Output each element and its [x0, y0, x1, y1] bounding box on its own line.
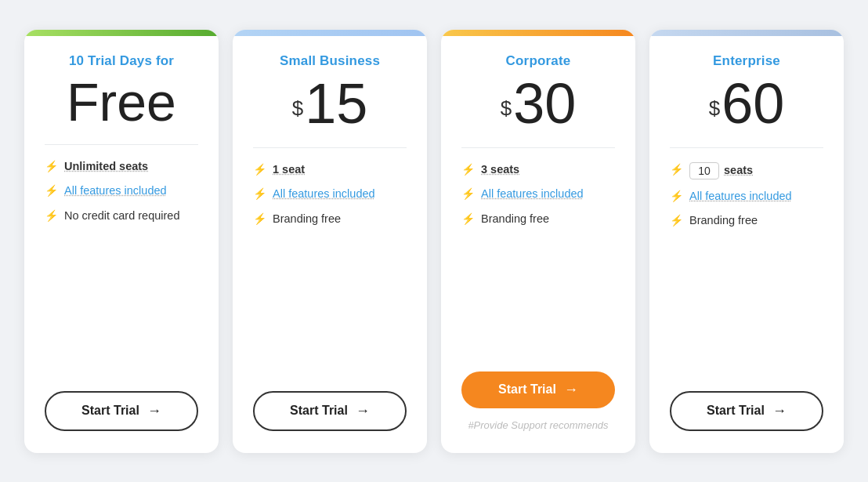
feature-text: All features included [481, 187, 584, 202]
feature-text: All features included [64, 183, 167, 199]
price-row: $15 [253, 75, 407, 132]
feature-item: ⚡Branding free [670, 213, 823, 229]
arrow-icon: → [564, 382, 578, 398]
lightning-icon: ⚡ [670, 163, 683, 176]
features-list: ⚡3 seats⚡All features included⚡Branding … [461, 162, 615, 356]
feature-item: ⚡1 seat [253, 162, 407, 178]
lightning-icon: ⚡ [45, 184, 58, 197]
start-trial-button-small-business[interactable]: Start Trial→ [253, 391, 407, 431]
lightning-icon: ⚡ [45, 209, 58, 222]
start-trial-button-free[interactable]: Start Trial→ [45, 391, 198, 431]
price-dollar: $ [501, 96, 512, 121]
card-top-bar [233, 30, 427, 36]
plan-label: Small Business [253, 53, 407, 69]
feature-item: ⚡All features included [670, 189, 823, 205]
feature-text: Branding free [689, 213, 758, 229]
card-small-business: Small Business$15⚡1 seat⚡All features in… [233, 30, 427, 453]
features-list: ⚡Unlimited seats⚡All features included⚡N… [45, 159, 198, 375]
card-body: 10 Trial Days forFree⚡Unlimited seats⚡Al… [24, 36, 219, 431]
lightning-icon: ⚡ [670, 214, 683, 227]
lightning-icon: ⚡ [253, 187, 266, 200]
price-row: $30 [461, 75, 615, 132]
feature-text: Branding free [481, 212, 549, 227]
price-dollar: $ [292, 96, 303, 121]
card-top-bar [24, 30, 219, 36]
price-row: $60 [670, 75, 823, 132]
feature-item: ⚡All features included [461, 187, 615, 202]
feature-text: All features included [689, 189, 792, 205]
feature-text: 1 seat [273, 162, 305, 178]
plan-label: Enterprise [670, 53, 823, 69]
price-row: Free [45, 75, 198, 129]
plan-label: 10 Trial Days for [45, 53, 198, 69]
button-label: Start Trial [290, 404, 348, 418]
feature-item: ⚡3 seats [461, 162, 615, 178]
pricing-cards: 10 Trial Days forFree⚡Unlimited seats⚡Al… [8, 30, 860, 453]
card-free: 10 Trial Days forFree⚡Unlimited seats⚡Al… [24, 30, 219, 453]
price-divider [45, 144, 198, 145]
price-divider [461, 147, 615, 148]
arrow-icon: → [147, 403, 161, 419]
feature-text: All features included [273, 187, 375, 202]
feature-item: ⚡Unlimited seats [45, 159, 198, 175]
feature-item: ⚡Branding free [253, 212, 407, 227]
feature-text: No credit card required [64, 208, 180, 224]
card-body: Enterprise$60⚡seats⚡All features include… [649, 36, 844, 431]
lightning-icon: ⚡ [253, 212, 266, 225]
lightning-icon: ⚡ [253, 163, 266, 176]
card-top-bar [441, 30, 635, 36]
feature-item: ⚡seats [670, 162, 823, 179]
seats-input[interactable] [689, 162, 719, 179]
button-label: Start Trial [498, 382, 556, 397]
price-amount: 15 [305, 75, 367, 132]
price-dollar: $ [709, 96, 720, 121]
arrow-icon: → [772, 403, 787, 419]
card-body: Small Business$15⚡1 seat⚡All features in… [233, 36, 427, 431]
card-enterprise: Enterprise$60⚡seats⚡All features include… [649, 30, 844, 453]
features-list: ⚡seats⚡All features included⚡Branding fr… [670, 162, 823, 375]
price-divider [670, 147, 823, 148]
features-list: ⚡1 seat⚡All features included⚡Branding f… [253, 162, 407, 375]
button-label: Start Trial [81, 404, 139, 418]
card-top-bar [649, 30, 844, 36]
lightning-icon: ⚡ [461, 187, 475, 200]
feature-text: 3 seats [481, 162, 519, 178]
feature-item: ⚡Branding free [461, 212, 615, 227]
card-body: Corporate$30⚡3 seats⚡All features includ… [441, 36, 635, 431]
start-trial-button-corporate[interactable]: Start Trial→ [461, 371, 615, 408]
feature-item: ⚡No credit card required [45, 208, 198, 224]
plan-label: Corporate [461, 53, 615, 69]
feature-item: ⚡All features included [45, 183, 198, 199]
arrow-icon: → [356, 403, 370, 419]
lightning-icon: ⚡ [45, 160, 58, 172]
lightning-icon: ⚡ [461, 163, 475, 176]
card-corporate: Corporate$30⚡3 seats⚡All features includ… [441, 30, 635, 453]
lightning-icon: ⚡ [670, 190, 683, 202]
lightning-icon: ⚡ [461, 212, 475, 225]
seats-input-row: seats [689, 162, 753, 179]
start-trial-button-enterprise[interactable]: Start Trial→ [670, 391, 823, 431]
price-divider [253, 147, 407, 148]
feature-item: ⚡All features included [253, 187, 407, 202]
feature-text: Branding free [273, 212, 341, 227]
feature-text: Unlimited seats [64, 159, 148, 175]
recommend-text: #Provide Support recommends [461, 419, 615, 431]
button-label: Start Trial [707, 404, 765, 418]
price-free: Free [67, 75, 176, 129]
feature-text: seats [724, 163, 753, 179]
price-amount: 30 [513, 75, 576, 132]
price-amount: 60 [722, 75, 784, 132]
